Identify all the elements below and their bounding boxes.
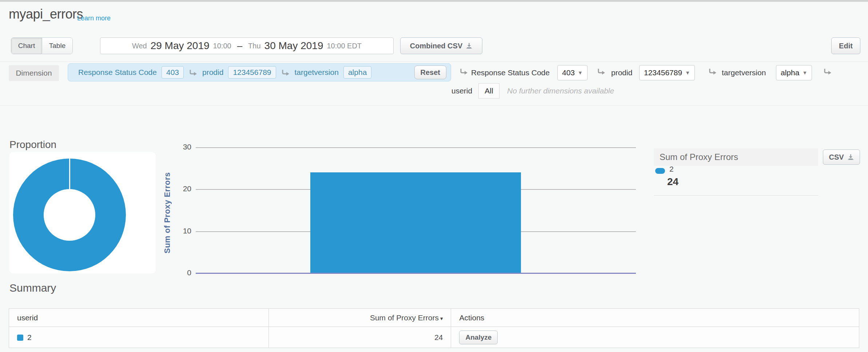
reset-button[interactable]: Reset [414, 65, 446, 79]
drilldown-arrow-icon [188, 69, 198, 76]
series-swatch [17, 335, 23, 341]
end-day: Thu [248, 42, 260, 50]
column-header-sum-of-proxy-errors[interactable]: Sum of Proxy Errors▾ [268, 309, 451, 327]
start-day: Wed [132, 42, 147, 50]
selector-value: 403 [562, 68, 575, 77]
edit-button[interactable]: Edit [831, 37, 860, 54]
bar-series-userid-2[interactable] [310, 172, 521, 273]
legend-series-label: 2 [669, 165, 674, 173]
gridline-30 [196, 147, 636, 148]
tab-chart[interactable]: Chart [11, 38, 42, 54]
combined-csv-label: Combined CSV [410, 42, 462, 50]
csv-button[interactable]: CSV [823, 149, 860, 165]
analyze-button[interactable]: Analyze [459, 331, 498, 344]
y-tick-label: 0 [156, 268, 191, 277]
view-toggle: Chart Table [11, 37, 73, 54]
cell-userid: 2 [9, 327, 269, 348]
column-header-userid: userid [9, 309, 269, 327]
date-separator: – [237, 40, 242, 52]
download-icon [847, 154, 854, 161]
donut-chart [13, 159, 126, 271]
table-row: 2 24 Analyze [9, 327, 859, 348]
selector-dropdown-targetversion[interactable]: alpha ▼ [776, 65, 812, 80]
date-range-picker[interactable]: Wed 29 May 2019 10:00 – Thu 30 May 2019 … [100, 37, 394, 54]
sort-descending-icon: ▾ [440, 315, 443, 321]
summary-title: Summary [9, 282, 56, 294]
legend-swatch [655, 168, 665, 174]
y-tick-label: 30 [156, 143, 191, 151]
column-header-actions: Actions [451, 309, 859, 327]
start-date: 29 May 2019 [151, 40, 210, 52]
dimension-breadcrumb: Response Status Code 403 prodid 12345678… [68, 63, 451, 81]
divider [0, 61, 868, 62]
crumb-value: 123456789 [228, 66, 276, 79]
crumb-value: 403 [162, 66, 184, 79]
drilldown-arrow-icon [708, 68, 717, 75]
legend-series-value: 24 [667, 176, 678, 188]
chevron-down-icon: ▼ [578, 70, 583, 76]
csv-label: CSV [829, 153, 844, 161]
analytics-dashboard: myapi_errors Learn more Chart Table Wed … [0, 0, 868, 352]
selector-label: Response Status Code [471, 68, 550, 77]
table-header-row: userid Sum of Proxy Errors▾ Actions [9, 309, 859, 327]
cell-sum-of-proxy-errors: 24 [268, 327, 451, 348]
crumb-name: prodid [202, 68, 223, 77]
userid-label: userid [451, 87, 472, 95]
y-tick-label: 10 [156, 227, 191, 235]
drilldown-arrow-icon [597, 68, 606, 75]
userid-filter-value[interactable]: All [478, 83, 499, 99]
selector-dropdown-response-status-code[interactable]: 403 ▼ [557, 65, 588, 80]
cell-actions: Analyze [451, 327, 859, 348]
divider [0, 105, 868, 106]
window-top-strip [0, 0, 868, 2]
proportion-title: Proportion [9, 139, 56, 151]
selector-dropdown-prodid[interactable]: 123456789 ▼ [639, 65, 695, 80]
download-icon [466, 43, 473, 49]
chevron-down-icon: ▼ [802, 70, 807, 76]
drilldown-arrow-icon [459, 68, 468, 75]
end-date: 30 May 2019 [264, 40, 323, 52]
legend-header: Sum of Proxy Errors [654, 148, 818, 166]
tab-table[interactable]: Table [42, 38, 72, 54]
chevron-down-icon: ▼ [685, 70, 690, 76]
donut-hole [44, 189, 95, 241]
crumb-name: Response Status Code [78, 68, 157, 77]
drilldown-arrow-icon [823, 68, 832, 75]
y-axis-label: Sum of Proxy Errors [161, 152, 174, 273]
crumb-value: alpha [343, 66, 371, 79]
end-time: 10:00 EDT [327, 42, 362, 50]
selector-label: prodid [611, 68, 632, 77]
dimension-label: Dimension [9, 65, 59, 81]
page-title: myapi_errors [9, 7, 83, 22]
summary-table: userid Sum of Proxy Errors▾ Actions 2 24… [9, 308, 859, 348]
start-time: 10:00 [213, 42, 231, 50]
legend-title: Sum of Proxy Errors [660, 152, 738, 162]
drilldown-arrow-icon [281, 69, 290, 76]
crumb-name: targetversion [295, 68, 339, 77]
divider [654, 195, 818, 196]
selector-value: 123456789 [644, 68, 682, 77]
x-axis-zero-line [196, 273, 636, 274]
learn-more-link[interactable]: Learn more [77, 15, 111, 22]
selector-value: alpha [781, 68, 799, 77]
selector-label: targetversion [722, 68, 766, 77]
y-tick-label: 20 [156, 184, 191, 193]
combined-csv-button[interactable]: Combined CSV [400, 37, 482, 54]
no-dimensions-note: No further dimensions available [507, 87, 614, 95]
